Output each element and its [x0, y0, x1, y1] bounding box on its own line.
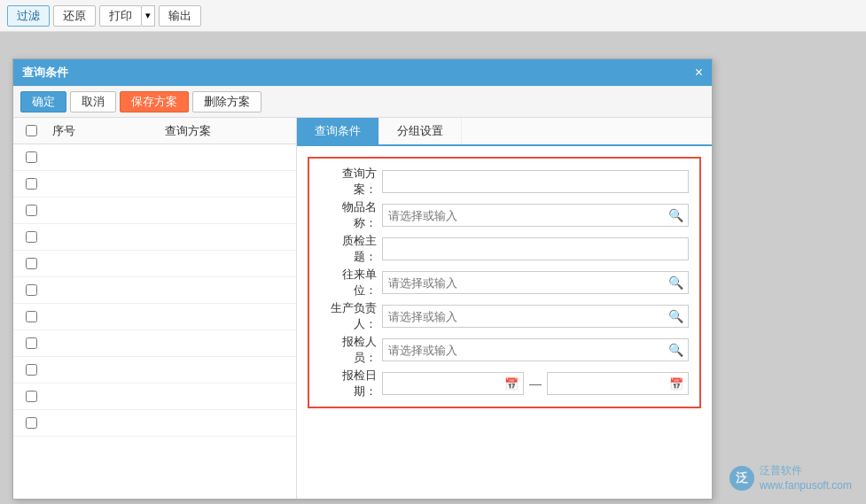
form-row-production-manager: 生产负责人： 🔍	[320, 304, 689, 329]
date-end-wrap: 📅	[547, 372, 689, 395]
item-name-search-icon[interactable]: 🔍	[668, 208, 683, 222]
partner-unit-search-icon[interactable]: 🔍	[668, 275, 683, 290]
partner-unit-input[interactable]	[382, 271, 689, 294]
table-row	[13, 357, 296, 384]
toolbar: 过滤 还原 打印 ▾ 输出	[0, 0, 866, 32]
date-start-input[interactable]	[382, 372, 524, 395]
date-end-input[interactable]	[547, 372, 689, 395]
delete-plan-button[interactable]: 删除方案	[192, 91, 261, 112]
watermark-text: 泛普软件 www.fanpusoft.com	[760, 463, 852, 493]
item-name-input[interactable]	[382, 204, 689, 227]
row-checkbox[interactable]	[26, 364, 37, 376]
form-row-inspection-date: 报检日期： 📅 — 📅	[320, 371, 689, 396]
dialog-title-bar: 查询条件 ×	[13, 59, 712, 86]
row-checkbox[interactable]	[26, 178, 37, 190]
row-checkbox[interactable]	[26, 311, 37, 322]
filter-button[interactable]: 过滤	[7, 5, 50, 27]
form-row-query-plan: 查询方案：	[320, 169, 689, 194]
label-inspection-date: 报检日期：	[320, 368, 382, 399]
label-inspector: 报检人员：	[320, 334, 382, 366]
inspector-input[interactable]	[382, 338, 689, 361]
row-checkbox[interactable]	[26, 258, 37, 269]
watermark: 泛 泛普软件 www.fanpusoft.com	[729, 463, 852, 493]
label-production-manager: 生产负责人：	[320, 300, 382, 332]
date-start-wrap: 📅	[382, 372, 524, 395]
row-checkbox[interactable]	[26, 151, 37, 163]
query-dialog: 查询条件 × 确定 取消 保存方案 删除方案 序号 查询方案	[12, 58, 713, 500]
production-manager-search-icon[interactable]: 🔍	[668, 309, 683, 323]
right-panel: 查询条件 分组设置 查询方案： 物品名称： 🔍	[297, 118, 712, 499]
dialog-title: 查询条件	[22, 65, 68, 81]
col-name-header: 查询方案	[86, 123, 289, 139]
row-checkbox[interactable]	[26, 337, 37, 349]
row-checkbox[interactable]	[26, 231, 37, 243]
table-row	[13, 144, 296, 171]
table-row	[13, 171, 296, 198]
table-row	[13, 304, 296, 330]
inspector-search-icon[interactable]: 🔍	[668, 343, 683, 357]
select-all-checkbox[interactable]	[26, 125, 37, 136]
form-row-inspector: 报检人员： 🔍	[320, 337, 689, 362]
date-separator: —	[529, 376, 542, 391]
table-row	[13, 330, 296, 357]
left-panel-header: 序号 查询方案	[13, 118, 296, 144]
dialog-body: 序号 查询方案	[13, 118, 712, 499]
tabs: 查询条件 分组设置	[297, 118, 712, 146]
label-item-name: 物品名称：	[320, 199, 382, 231]
dialog-actions: 确定 取消 保存方案 删除方案	[13, 86, 712, 118]
restore-button[interactable]: 还原	[53, 5, 96, 27]
table-row	[13, 198, 296, 224]
date-start-icon[interactable]: 📅	[504, 377, 519, 391]
save-plan-button[interactable]: 保存方案	[120, 91, 189, 112]
watermark-line2: www.fanpusoft.com	[760, 478, 852, 493]
header-checkbox-col	[20, 125, 42, 136]
table-row	[13, 251, 296, 277]
form-row-qc-subject: 质检主题：	[320, 236, 689, 261]
query-form: 查询方案： 物品名称： 🔍 质检主题：	[308, 157, 701, 408]
form-row-item-name: 物品名称： 🔍	[320, 203, 689, 228]
label-query-plan: 查询方案：	[320, 166, 382, 198]
label-qc-subject: 质检主题：	[320, 233, 382, 265]
watermark-logo: 泛	[729, 466, 754, 491]
confirm-button[interactable]: 确定	[20, 91, 66, 112]
watermark-line1: 泛普软件	[760, 463, 852, 478]
tab-group-settings[interactable]: 分组设置	[379, 118, 462, 144]
qc-subject-input[interactable]	[382, 237, 689, 260]
form-row-partner-unit: 往来单位： 🔍	[320, 270, 689, 295]
dialog-close-button[interactable]: ×	[695, 66, 703, 80]
print-button[interactable]: 打印	[99, 5, 142, 27]
row-checkbox[interactable]	[26, 284, 37, 296]
left-panel-rows	[13, 144, 296, 499]
date-end-icon[interactable]: 📅	[669, 377, 683, 391]
tab-query-conditions[interactable]: 查询条件	[297, 118, 379, 144]
production-manager-input[interactable]	[382, 305, 689, 328]
left-panel: 序号 查询方案	[13, 118, 297, 499]
query-plan-input[interactable]	[382, 170, 689, 193]
table-row	[13, 410, 296, 437]
cancel-button[interactable]: 取消	[70, 91, 116, 112]
row-checkbox[interactable]	[26, 205, 37, 216]
print-dropdown-button[interactable]: ▾	[142, 5, 155, 27]
dialog-overlay: 查询条件 × 确定 取消 保存方案 删除方案 序号 查询方案	[0, 32, 866, 504]
table-row	[13, 224, 296, 251]
export-button[interactable]: 输出	[159, 5, 201, 27]
row-checkbox[interactable]	[26, 417, 37, 429]
date-range-container: 📅 — 📅	[382, 372, 689, 395]
col-num-header: 序号	[42, 123, 86, 139]
label-partner-unit: 往来单位：	[320, 267, 382, 299]
table-row	[13, 277, 296, 304]
row-checkbox[interactable]	[26, 391, 37, 402]
table-row	[13, 384, 296, 410]
